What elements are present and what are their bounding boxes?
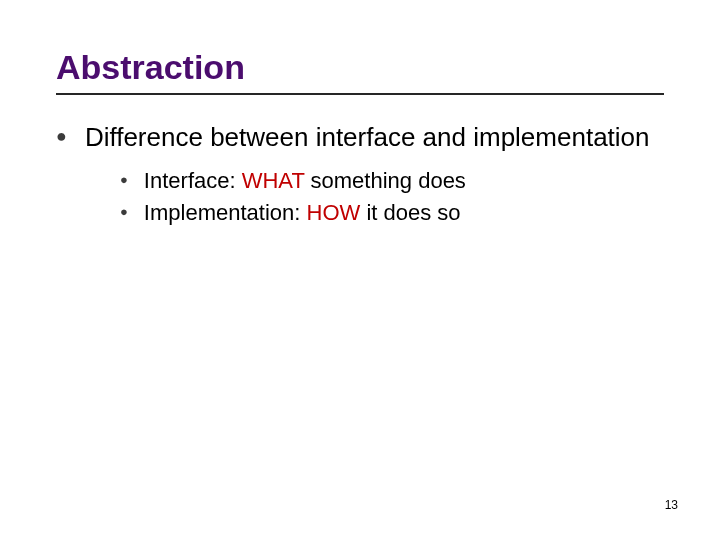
text-segment: Interface:: [144, 168, 242, 193]
list-item: ● Interface: WHAT something does: [120, 167, 664, 195]
bullet-icon: ●: [120, 199, 128, 225]
text-segment: Implementation:: [144, 200, 307, 225]
bullet-icon: ●: [56, 121, 67, 151]
list-item-text: Interface: WHAT something does: [144, 167, 466, 195]
page-number: 13: [665, 498, 678, 512]
list-item: ● Implementation: HOW it does so: [120, 199, 664, 227]
keyword: WHAT: [242, 168, 305, 193]
sublist: ● Interface: WHAT something does ● Imple…: [120, 167, 664, 227]
slide-title: Abstraction: [56, 48, 664, 87]
list-item-text: Difference between interface and impleme…: [85, 121, 650, 153]
slide: Abstraction ● Difference between interfa…: [0, 0, 720, 540]
text-segment: something does: [304, 168, 465, 193]
title-underline: [56, 93, 664, 95]
keyword: HOW: [307, 200, 361, 225]
text-segment: it does so: [360, 200, 460, 225]
list-item-text: Implementation: HOW it does so: [144, 199, 461, 227]
bullet-icon: ●: [120, 167, 128, 193]
list-item: ● Difference between interface and imple…: [56, 121, 664, 153]
